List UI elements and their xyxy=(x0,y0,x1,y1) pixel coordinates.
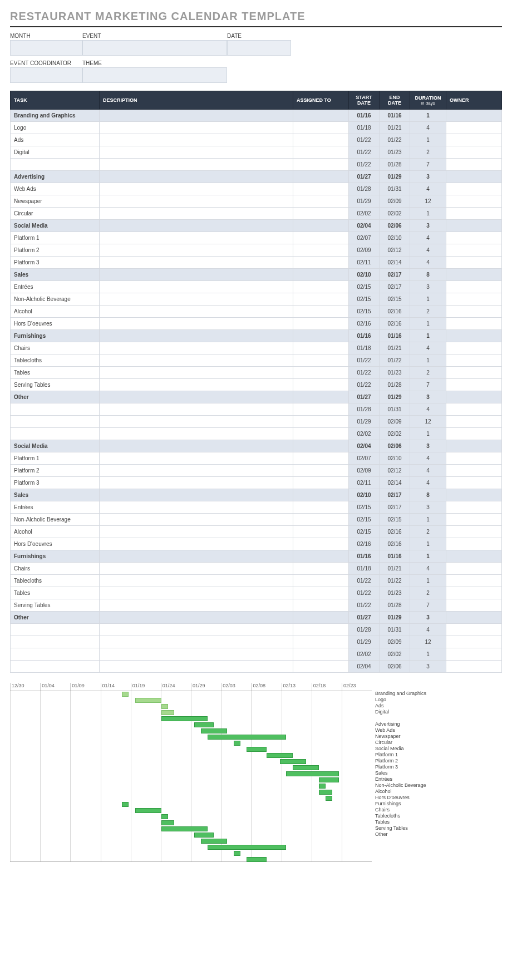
gantt-tick: 02/18 xyxy=(312,683,342,691)
gantt-bar xyxy=(208,735,287,740)
table-row: Chairs01/1801/214 xyxy=(11,342,502,354)
gantt-label: Platform 2 xyxy=(375,758,502,764)
table-row: Sales02/1002/178 xyxy=(11,489,502,501)
gantt-label: Alcohol xyxy=(375,789,502,795)
table-row: Furnishings01/1601/161 xyxy=(11,330,502,342)
gantt-bar xyxy=(135,808,161,813)
gantt-bar xyxy=(234,851,240,856)
gantt-tick: 01/14 xyxy=(101,683,131,691)
col-task: TASK xyxy=(11,91,100,110)
gantt-label: Branding and Graphics xyxy=(375,691,502,697)
table-row: Non-Alcholic Beverage02/1502/151 xyxy=(11,514,502,526)
table-row: Entrées02/1502/173 xyxy=(11,501,502,514)
gantt-label xyxy=(375,850,502,856)
table-row: Tables01/2201/232 xyxy=(11,587,502,599)
page-title: RESTAURANT MARKETING CALENDAR TEMPLATE xyxy=(10,10,502,27)
gantt-chart: 12/3001/0401/0901/1401/1901/2401/2902/03… xyxy=(10,683,502,862)
table-row: Branding and Graphics01/1601/161 xyxy=(11,110,502,122)
table-row: Circular02/0202/021 xyxy=(11,208,502,220)
gantt-tick: 01/09 xyxy=(70,683,100,691)
gantt-bar xyxy=(201,728,227,733)
table-row: Tables01/2201/232 xyxy=(11,367,502,379)
gantt-row xyxy=(10,740,372,746)
coord-input[interactable] xyxy=(10,67,82,83)
gantt-bar xyxy=(161,710,175,715)
table-row: 01/2902/0912 xyxy=(11,636,502,648)
date-label: DATE xyxy=(227,33,291,39)
gantt-bar xyxy=(208,845,287,850)
table-row: Alcohol02/1502/162 xyxy=(11,526,502,538)
table-row: Ads01/2201/221 xyxy=(11,134,502,146)
table-row: Platform 102/0702/104 xyxy=(11,452,502,465)
gantt-tick: 02/13 xyxy=(282,683,312,691)
gantt-row xyxy=(10,710,372,716)
gantt-row xyxy=(10,826,372,832)
event-label: EVENT xyxy=(82,33,227,39)
gantt-label: Advertising xyxy=(375,721,502,727)
table-row: Furnishings01/1601/161 xyxy=(11,550,502,563)
table-row: Platform 302/1102/144 xyxy=(11,257,502,269)
table-row: Tablecloths01/2201/221 xyxy=(11,354,502,367)
table-row: Social Media02/0402/063 xyxy=(11,440,502,452)
gantt-bar xyxy=(319,790,332,795)
gantt-row xyxy=(10,765,372,771)
table-row: 01/2801/314 xyxy=(11,624,502,636)
gantt-label: Sales xyxy=(375,770,502,776)
table-row: 02/0402/063 xyxy=(11,661,502,673)
table-row: 02/0202/021 xyxy=(11,428,502,440)
gantt-row xyxy=(10,746,372,752)
gantt-bar xyxy=(122,802,129,807)
col-assigned: ASSIGNED TO xyxy=(293,91,349,110)
gantt-label: Entrées xyxy=(375,776,502,782)
gantt-bar xyxy=(234,741,240,746)
table-row: Newspaper01/2902/0912 xyxy=(11,195,502,208)
month-input[interactable] xyxy=(10,40,82,56)
gantt-label: Circular xyxy=(375,740,502,746)
col-end: END DATE xyxy=(380,91,410,110)
table-row: Chairs01/1801/214 xyxy=(11,563,502,575)
gantt-bar xyxy=(201,839,227,844)
gantt-bar xyxy=(161,820,175,825)
gantt-bar xyxy=(293,765,319,770)
gantt-bar xyxy=(247,747,266,752)
gantt-row xyxy=(10,807,372,814)
table-row: Other01/2701/293 xyxy=(11,612,502,624)
gantt-tick: 01/19 xyxy=(131,683,161,691)
gantt-label: Newspaper xyxy=(375,733,502,740)
gantt-label: Non-Alcholic Beverage xyxy=(375,782,502,789)
gantt-bar xyxy=(161,814,168,819)
date-input[interactable] xyxy=(227,40,291,56)
gantt-bar xyxy=(194,833,214,838)
table-row: Tablecloths01/2201/221 xyxy=(11,575,502,587)
gantt-row xyxy=(10,771,372,777)
gantt-bar xyxy=(319,784,326,789)
col-owner: OWNER xyxy=(446,91,502,110)
gantt-row xyxy=(10,838,372,844)
meta-row-2: EVENT COORDINATOR THEME xyxy=(10,60,502,83)
table-row: Logo01/1801/214 xyxy=(11,122,502,134)
gantt-bar xyxy=(194,722,214,727)
gantt-label: Web Ads xyxy=(375,727,502,733)
gantt-bar xyxy=(161,716,208,721)
gantt-row xyxy=(10,801,372,807)
gantt-label: Furnishings xyxy=(375,801,502,807)
gantt-tick: 01/24 xyxy=(161,683,191,691)
col-duration: DURATIONin days xyxy=(410,91,446,110)
event-input[interactable] xyxy=(82,40,227,56)
gantt-bar xyxy=(122,692,129,697)
gantt-bar xyxy=(267,753,293,758)
gantt-label: Chairs xyxy=(375,807,502,813)
col-start: START DATE xyxy=(349,91,380,110)
gantt-bar xyxy=(280,759,306,764)
gantt-label: Hors D'oeuvres xyxy=(375,795,502,801)
gantt-bar xyxy=(286,771,339,776)
gantt-row xyxy=(10,697,372,703)
table-row: Platform 302/1102/144 xyxy=(11,477,502,489)
table-row: Non-Alcholic Beverage02/1502/151 xyxy=(11,293,502,306)
table-row: Social Media02/0402/063 xyxy=(11,220,502,232)
gantt-row xyxy=(10,691,372,697)
gantt-label: Ads xyxy=(375,703,502,709)
gantt-tick: 12/30 xyxy=(10,683,40,691)
gantt-bar xyxy=(326,796,332,801)
theme-input[interactable] xyxy=(82,67,227,83)
